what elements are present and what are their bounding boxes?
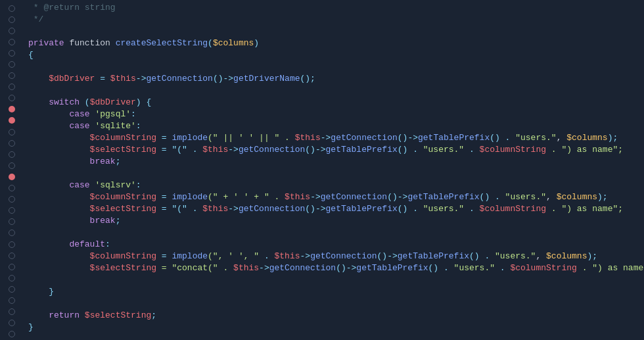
- token-method: getTablePrefix: [398, 251, 469, 261]
- token-punc: () .: [469, 251, 495, 261]
- code-line: $selectString = "concat(" . $this->getCo…: [23, 263, 644, 275]
- editor-gutter: [0, 0, 23, 340]
- code-line: case 'sqlsrv':: [23, 180, 644, 192]
- code-line: $columnString = implode(" || ' ' || " . …: [23, 133, 644, 145]
- token-comment: string: [80, 3, 116, 12]
- token-punc: }: [28, 287, 54, 297]
- code-line: [23, 299, 644, 310]
- token-punc: ;: [151, 310, 156, 320]
- token-str: " .: [275, 133, 295, 143]
- token-fn: createSelectString: [116, 38, 208, 48]
- code-line: case 'sqlite':: [23, 121, 644, 133]
- breakpoint-empty: [9, 253, 15, 259]
- token-str: . ") as name";: [577, 263, 644, 273]
- token-op: ->: [387, 251, 398, 261]
- token-str: . ") as name";: [546, 204, 623, 214]
- token-var: $selectString: [28, 204, 156, 214]
- code-line: * @return string: [23, 3, 644, 14]
- token-param: $columns: [213, 38, 254, 48]
- token-method: getConnection: [331, 133, 397, 143]
- gutter-line: [7, 25, 16, 36]
- breakpoint-indicator: [9, 106, 15, 112]
- token-op: =: [156, 192, 172, 202]
- gutter-line: [7, 70, 16, 82]
- token-plain: ,: [557, 133, 567, 143]
- token-method: getTablePrefix: [407, 192, 479, 202]
- code-line: return $selectString;: [23, 310, 644, 322]
- breakpoint-empty: [9, 308, 15, 315]
- token-op: ->: [315, 204, 326, 214]
- token-op: ->: [398, 192, 408, 202]
- gutter-line: [7, 239, 16, 250]
- breakpoint-empty: [9, 84, 15, 90]
- gutter-line: [7, 104, 16, 115]
- token-op: .: [464, 145, 479, 155]
- token-op: =: [156, 133, 172, 143]
- token-var: $columnString: [28, 192, 156, 202]
- token-punc: (): [305, 145, 315, 155]
- code-line: }: [23, 287, 644, 299]
- token-plain: ,: [546, 192, 557, 202]
- token-punc: ;: [116, 216, 121, 226]
- token-punc: (): [398, 133, 408, 143]
- token-op: .: [495, 263, 510, 273]
- token-kw: return: [28, 310, 85, 320]
- token-op: ->: [346, 263, 357, 273]
- token-comment: @return: [43, 3, 80, 12]
- token-var: $selectString: [28, 145, 156, 155]
- token-method: getConnection: [239, 204, 305, 214]
- token-fn: implode: [172, 133, 208, 143]
- token-var: $dbDriver: [90, 97, 136, 107]
- token-method: getTablePrefix: [356, 263, 428, 273]
- breakpoint-empty: [9, 39, 15, 45]
- token-str: "users.": [454, 263, 495, 273]
- token-str: " .: [264, 192, 285, 202]
- token-method: getConnection: [321, 192, 387, 202]
- token-method: getTablePrefix: [326, 204, 398, 214]
- token-plain: function: [64, 38, 116, 48]
- breakpoint-empty: [9, 207, 15, 214]
- token-plain: ,: [536, 251, 546, 261]
- code-line: $columnString = implode(", ' ', " . $thi…: [23, 251, 644, 263]
- token-kw: case: [28, 180, 95, 190]
- token-op: ->: [315, 145, 326, 155]
- token-punc: () .: [490, 133, 515, 143]
- token-punc: () .: [428, 263, 454, 273]
- code-line: default:: [23, 239, 644, 251]
- token-param: $columns: [546, 251, 587, 261]
- breakpoint-empty: [9, 297, 15, 304]
- token-op: =: [95, 74, 110, 84]
- token-var: $this: [202, 204, 228, 214]
- token-op: ->: [223, 74, 233, 84]
- token-punc: );: [597, 192, 608, 202]
- gutter-line: [7, 283, 16, 295]
- breakpoint-indicator: [9, 117, 15, 124]
- breakpoint-empty: [9, 50, 15, 57]
- token-str: "users.": [423, 145, 464, 155]
- code-line: [23, 168, 644, 180]
- code-line: $dbDriver = $this->getConnection()->getD…: [23, 74, 644, 85]
- gutter-line: [7, 261, 16, 272]
- gutter-line: [7, 295, 16, 306]
- token-str: (", ': [208, 251, 233, 261]
- token-punc: () .: [480, 192, 505, 202]
- gutter-line: [7, 126, 16, 137]
- token-var: $dbDriver: [28, 74, 95, 84]
- gutter-line: [7, 93, 16, 104]
- token-op: ->: [136, 74, 147, 84]
- token-op: =: [156, 251, 172, 261]
- token-str: "users.": [495, 251, 536, 261]
- token-op: ->: [321, 133, 331, 143]
- token-str: 'sqlsrv': [95, 180, 135, 190]
- token-punc: ) {: [136, 97, 151, 107]
- token-punc: :: [136, 121, 141, 131]
- gutter-line: [7, 3, 16, 14]
- token-str: (": [208, 192, 218, 202]
- breakpoint-empty: [9, 218, 15, 225]
- token-op: ->: [310, 192, 321, 202]
- token-str: "users.": [515, 133, 556, 143]
- gutter-line: [7, 205, 16, 216]
- token-comment: */: [28, 14, 43, 24]
- token-punc: (: [208, 38, 213, 48]
- token-punc: ;: [116, 157, 121, 166]
